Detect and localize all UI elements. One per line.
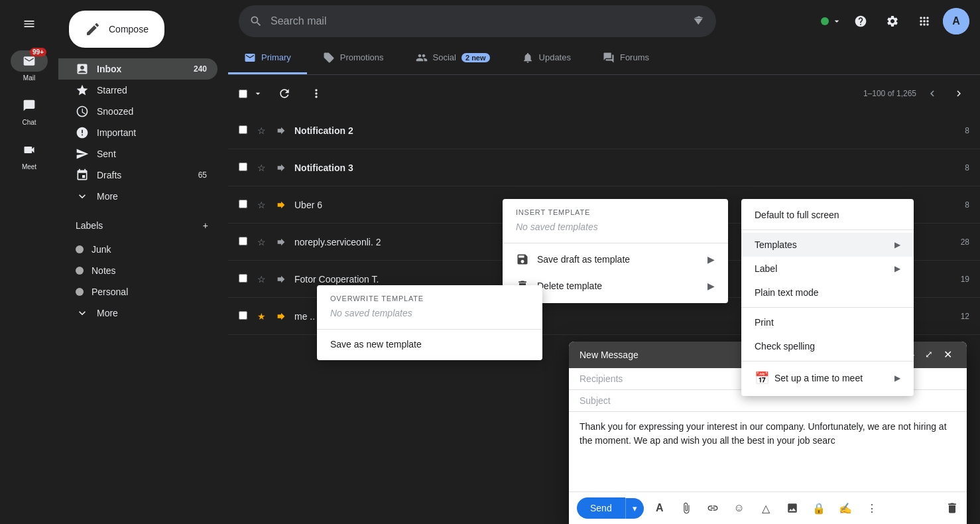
delete-draft-button[interactable] <box>946 501 959 515</box>
apps-button[interactable] <box>911 8 938 34</box>
forward-icon <box>276 311 289 322</box>
menu-item-default-fullscreen[interactable]: Default to full screen <box>741 203 914 227</box>
tab-social[interactable]: Social 2 new <box>400 42 506 74</box>
overwrite-template-menu: OVERWRITE TEMPLATE No saved templates Sa… <box>317 285 542 360</box>
compose-expand-button[interactable]: ⤢ <box>921 348 937 361</box>
page-info: 1–100 of 1,265 <box>863 83 969 104</box>
insert-emoji-button[interactable]: ☺ <box>729 497 750 519</box>
settings-button[interactable] <box>879 8 906 34</box>
star-icon[interactable]: ☆ <box>257 200 271 210</box>
forward-icon <box>276 274 289 285</box>
nav-label-junk[interactable]: Junk <box>58 239 217 260</box>
compose-body-text: Thank you for expressing your interest i… <box>580 421 947 446</box>
prev-page-button[interactable] <box>922 83 943 104</box>
save-draft-as-template-button[interactable]: Save draft as template ▶ <box>503 246 728 273</box>
insert-photo-button[interactable] <box>782 497 803 519</box>
templates-submenu-arrow: ▶ <box>894 240 900 249</box>
more-options-button[interactable] <box>303 80 330 107</box>
insert-link-button[interactable] <box>702 497 723 519</box>
menu-item-setup-time[interactable]: 📅 Set up a time to meet ▶ <box>741 364 914 392</box>
compose-footer: Send ▾ A ☺ △ 🔒 ✍ ⋮ <box>569 491 967 524</box>
nav-inbox-label: Inbox <box>97 64 186 74</box>
nav-item-sent[interactable]: Sent <box>58 143 217 164</box>
overwrite-divider <box>317 329 542 330</box>
overwrite-section: OVERWRITE TEMPLATE No saved templates <box>317 289 542 326</box>
hamburger-menu-icon[interactable] <box>13 8 45 40</box>
nav-label-notes[interactable]: Notes <box>58 260 217 281</box>
tab-updates[interactable]: Updates <box>506 42 587 74</box>
tab-forums[interactable]: Forums <box>587 42 665 74</box>
add-label-button[interactable]: + <box>200 218 211 233</box>
overwrite-section-title: OVERWRITE TEMPLATE <box>330 295 529 305</box>
nav-item-more[interactable]: More <box>58 186 217 207</box>
star-icon[interactable]: ☆ <box>257 163 271 173</box>
email-checkbox[interactable] <box>239 311 247 320</box>
nav-drafts-label: Drafts <box>97 170 190 180</box>
nav-label-more[interactable]: More <box>58 302 217 324</box>
insert-signature-button[interactable]: ✍ <box>835 497 856 519</box>
save-as-new-template-button[interactable]: Save as new template <box>317 332 542 356</box>
user-avatar[interactable]: A <box>943 8 969 34</box>
nav-item-inbox[interactable]: Inbox 240 <box>58 58 217 80</box>
send-options-button[interactable]: ▾ <box>625 498 644 519</box>
email-checkbox[interactable] <box>239 125 247 134</box>
menu-item-print[interactable]: Print <box>741 310 914 334</box>
nav-item-starred[interactable]: Starred <box>58 80 217 101</box>
select-all-checkbox[interactable] <box>239 90 247 98</box>
nav-label-personal[interactable]: Personal <box>58 281 217 302</box>
star-icon[interactable]: ★ <box>257 311 271 322</box>
insert-drive-button[interactable]: △ <box>755 497 776 519</box>
insert-template-section-title: INSERT TEMPLATE <box>516 208 715 219</box>
next-page-button[interactable] <box>948 83 969 104</box>
tab-primary[interactable]: Primary <box>228 42 307 74</box>
send-button[interactable]: Send <box>577 497 625 519</box>
sidebar-item-chat[interactable]: Chat <box>0 90 58 131</box>
sidebar-item-meet[interactable]: Meet <box>0 134 58 176</box>
select-dropdown-button[interactable] <box>250 86 266 101</box>
compose-close-button[interactable]: ✕ <box>940 348 956 361</box>
tab-updates-label: Updates <box>539 52 571 62</box>
status-indicator[interactable] <box>821 16 842 27</box>
email-checkbox[interactable] <box>239 200 247 208</box>
format-text-button[interactable]: A <box>649 497 670 519</box>
main-context-menu: Default to full screen Templates ▶ Label… <box>741 199 914 396</box>
search-filter-icon[interactable] <box>692 15 705 28</box>
nav-more-label: More <box>97 191 207 202</box>
labels-title: Labels <box>76 220 103 231</box>
email-checkbox[interactable] <box>239 163 247 171</box>
nav-item-snoozed[interactable]: Snoozed <box>58 101 217 122</box>
table-row[interactable]: ☆ Notification 3 8 <box>228 149 980 186</box>
star-icon[interactable]: ☆ <box>257 274 271 285</box>
svg-text:A: A <box>952 15 960 27</box>
tab-promotions[interactable]: Promotions <box>307 42 400 74</box>
templates-label: Templates <box>755 239 797 250</box>
more-compose-options-button[interactable]: ⋮ <box>861 497 883 519</box>
check-spelling-label: Check spelling <box>755 341 815 352</box>
menu-item-label[interactable]: Label ▶ <box>741 257 914 281</box>
star-icon[interactable]: ☆ <box>257 125 271 136</box>
forward-icon <box>276 237 289 247</box>
table-row[interactable]: ☆ Notification 2 8 <box>228 112 980 149</box>
refresh-button[interactable] <box>271 80 298 107</box>
email-checkbox[interactable] <box>239 237 247 245</box>
help-button[interactable] <box>847 8 874 34</box>
attach-file-button[interactable] <box>676 497 697 519</box>
star-icon[interactable]: ☆ <box>257 237 271 247</box>
recipients-placeholder: Recipients <box>580 373 623 384</box>
nav-item-important[interactable]: Important <box>58 122 217 143</box>
nav-snoozed-label: Snoozed <box>97 106 207 117</box>
sidebar-item-mail[interactable]: 99+ Mail <box>0 45 58 87</box>
compose-button[interactable]: Compose <box>69 11 164 48</box>
search-input[interactable] <box>271 15 684 27</box>
compose-body[interactable]: Thank you for expressing your interest i… <box>569 412 967 491</box>
sidebar: 99+ Mail Chat Meet <box>0 0 58 524</box>
nav-item-drafts[interactable]: Drafts 65 <box>58 164 217 186</box>
menu-item-plain-text[interactable]: Plain text mode <box>741 281 914 304</box>
search-bar[interactable] <box>239 5 716 37</box>
toggle-confidential-button[interactable]: 🔒 <box>808 497 829 519</box>
sidebar-meet-label: Meet <box>22 163 36 170</box>
save-draft-arrow: ▶ <box>707 254 715 265</box>
menu-item-check-spelling[interactable]: Check spelling <box>741 334 914 358</box>
menu-item-templates[interactable]: Templates ▶ <box>741 233 914 257</box>
email-checkbox[interactable] <box>239 274 247 283</box>
